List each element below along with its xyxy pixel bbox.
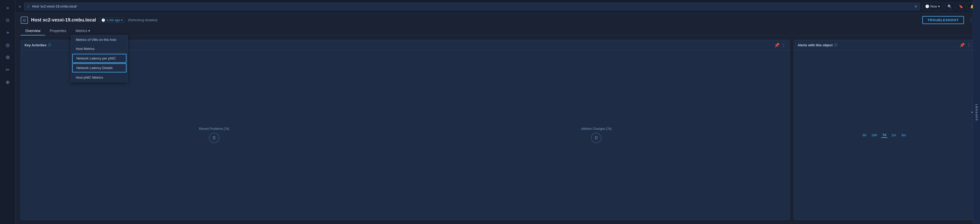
time-filter-24h[interactable]: 24h: [870, 133, 878, 138]
host-icon: ⊟: [21, 17, 28, 24]
now-button[interactable]: 🕐 Now ▾: [922, 3, 943, 10]
sidebar-dashboard-icon[interactable]: ⊙: [3, 15, 13, 25]
dropdown-item-vms-metrics[interactable]: Metrics of VMs on this host: [71, 35, 127, 44]
search-button[interactable]: 🔍: [945, 3, 954, 10]
support-arrow-icon: ◂: [971, 110, 972, 114]
search-icon: 🔍: [947, 5, 952, 8]
alerts-card: Alerts with this object ⓘ 📌 ⋮ 6h 24h 7d …: [794, 40, 975, 220]
key-activities-inner: Recent Problems (7d) 0 vMotion Changes (…: [25, 55, 785, 216]
support-panel[interactable]: SUPPORT ◂: [973, 0, 980, 224]
sidebar-gear-icon[interactable]: ⚙: [3, 52, 13, 63]
status-check-icon: ✓: [27, 5, 30, 8]
vmotion-changes-label: vMotion Changes (7d): [581, 127, 611, 130]
dropdown-item-network-latency-pnic[interactable]: Network Latency per pNIC: [72, 54, 126, 63]
recent-problems-label: Recent Problems (7d): [199, 127, 229, 130]
bookmark-icon: 🔖: [959, 5, 963, 8]
now-label: Now: [930, 5, 937, 8]
expand-icon[interactable]: »: [19, 4, 21, 9]
key-activities-card: Key Activities ⓘ 📌 ⋮ Recent Problems (7d…: [21, 40, 790, 220]
time-filter-1m[interactable]: 1m: [891, 133, 897, 138]
page-title: Host sc2-vesxi-19.cmbu.local: [31, 17, 96, 23]
sidebar-target-icon[interactable]: ⊕: [3, 77, 13, 87]
time-filter-3m[interactable]: 3m: [900, 133, 907, 138]
key-activities-pin-icon[interactable]: 📌: [775, 43, 780, 48]
time-ago-badge[interactable]: 🕐 1 min ago ▾: [99, 17, 125, 23]
alerts-header: Alerts with this object ⓘ 📌 ⋮: [794, 40, 975, 51]
bookmark-button[interactable]: 🔖: [956, 3, 966, 10]
time-filter-7d[interactable]: 7d: [881, 132, 887, 138]
tab-overview[interactable]: Overview: [21, 27, 45, 35]
address-close-icon[interactable]: ✕: [914, 5, 917, 8]
key-activities-actions: 📌 ⋮: [775, 43, 786, 48]
key-activities-more-icon[interactable]: ⋮: [782, 43, 786, 48]
tab-metrics[interactable]: Metrics ▾ Metrics of VMs on this host Ho…: [71, 27, 95, 35]
support-label: SUPPORT: [975, 103, 978, 121]
troubleshoot-button[interactable]: TROUBLESHOOT: [922, 16, 964, 24]
metrics-chevron-icon: ▾: [88, 29, 90, 33]
alerts-body: 6h 24h 7d 1m 3m: [794, 51, 975, 219]
alerts-more-icon[interactable]: ⋮: [967, 43, 971, 48]
key-activities-header: Key Activities ⓘ 📌 ⋮: [21, 40, 789, 51]
now-chevron-icon: ▾: [938, 5, 940, 8]
sidebar-collapse-icon[interactable]: »: [3, 3, 13, 13]
key-activities-body: Recent Problems (7d) 0 vMotion Changes (…: [21, 51, 789, 219]
time-filter-6h[interactable]: 6h: [862, 133, 867, 138]
clock-small-icon: 🕐: [102, 18, 105, 22]
key-activities-title: Key Activities: [25, 43, 46, 47]
dropdown-item-host-metrics[interactable]: Host Metrics: [71, 44, 127, 53]
address-bar: » ✓ Host 'sc2-vesxi-19.cmbu.local' ✕ 🕐 N…: [16, 0, 980, 13]
recent-problems-zero: 0: [209, 133, 220, 143]
alerts-actions: 📌 ⋮: [959, 43, 971, 48]
time-ago-text: 1 min ago: [106, 18, 120, 22]
address-text: Host 'sc2-vesxi-19.cmbu.local': [32, 5, 77, 8]
tab-properties[interactable]: Properties: [45, 27, 71, 35]
main-content: ⊟ Host sc2-vesxi-19.cmbu.local 🕐 1 min a…: [16, 13, 980, 224]
sidebar-network-icon[interactable]: ⌖: [3, 27, 13, 38]
metrics-dropdown: Metrics of VMs on this host Host Metrics…: [71, 35, 128, 82]
alerts-title: Alerts with this object: [798, 43, 832, 47]
tabs-row: Overview Properties Metrics ▾ Metrics of…: [21, 27, 975, 35]
page-title-row: ⊟ Host sc2-vesxi-19.cmbu.local 🕐 1 min a…: [21, 16, 975, 24]
alerts-time-filter: 6h 24h 7d 1m 3m: [858, 132, 910, 138]
sidebar: » ⊙ ⌖ ◎ ⚙ ✂ ⊕: [0, 0, 16, 224]
alerts-info-icon[interactable]: ⓘ: [834, 43, 837, 47]
clock-icon: 🕐: [925, 5, 929, 8]
sidebar-globe-icon[interactable]: ◎: [3, 40, 13, 50]
key-activities-info-icon[interactable]: ⓘ: [48, 43, 51, 47]
refresh-status: (Refreshing disabled): [128, 18, 158, 22]
sidebar-tools-icon[interactable]: ✂: [3, 65, 13, 75]
dropdown-item-host-pnic-metrics[interactable]: Host pNIC Metrics: [71, 73, 127, 82]
alerts-pin-icon[interactable]: 📌: [959, 43, 965, 48]
vmotion-changes-zero: 0: [591, 133, 601, 143]
vmotion-changes-section: vMotion Changes (7d) 0: [407, 55, 786, 216]
page-header: ⊟ Host sc2-vesxi-19.cmbu.local 🕐 1 min a…: [16, 13, 980, 36]
dropdown-item-network-latency-details[interactable]: Network Latency Details: [72, 64, 126, 72]
time-chevron-icon: ▾: [121, 18, 123, 22]
address-input[interactable]: ✓ Host 'sc2-vesxi-19.cmbu.local' ✕: [24, 3, 920, 10]
content-area: Key Activities ⓘ 📌 ⋮ Recent Problems (7d…: [16, 36, 980, 224]
